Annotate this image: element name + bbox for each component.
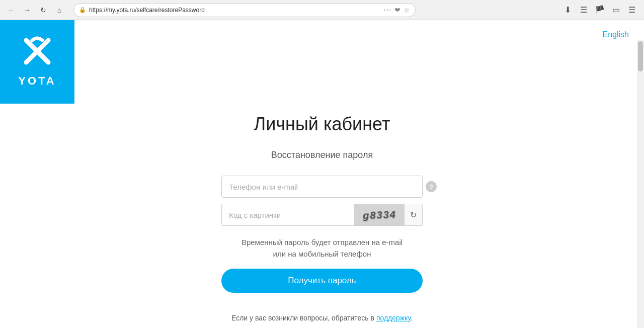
logo-brand-text: YOTA — [18, 74, 56, 88]
captcha-input[interactable] — [221, 204, 354, 226]
language-switcher[interactable]: English — [588, 20, 644, 49]
star-icon: ☆ — [404, 6, 410, 14]
form-subtitle: Восстановление пароля — [271, 150, 373, 160]
captcha-wrapper: g8334 ↻ — [221, 204, 423, 226]
refresh-icon: ↻ — [410, 210, 417, 220]
scrollbar-track[interactable] — [637, 40, 644, 328]
home-button[interactable]: ⌂ — [53, 4, 65, 16]
url-text: https://my.yota.ru/selfcare/restorePassw… — [89, 7, 380, 14]
address-bar[interactable]: 🔒 https://my.yota.ru/selfcare/restorePas… — [73, 3, 416, 17]
site-header: YOTA English — [0, 20, 644, 104]
browser-toolbar: ← → ↻ ⌂ 🔒 https://my.yota.ru/selfcare/re… — [0, 0, 644, 20]
info-line1: Временный пароль будет отправлен на e-ma… — [221, 237, 423, 249]
support-link[interactable]: поддержку — [376, 314, 411, 322]
forward-button[interactable]: → — [21, 4, 33, 16]
main-content: Личный кабинет Восстановление пароля ? g… — [0, 104, 644, 322]
yota-logo-svg — [22, 36, 52, 66]
page-title: Личный кабинет — [254, 114, 390, 135]
captcha-image: g8334 — [354, 204, 405, 226]
captcha-text: g8334 — [362, 208, 396, 221]
lock-icon: 🔒 — [79, 7, 86, 13]
scrollbar-thumb[interactable] — [638, 41, 643, 71]
captcha-row: g8334 ↻ — [221, 204, 423, 226]
info-line2: или на мобильный телефон — [221, 249, 423, 260]
logo-block: YOTA — [0, 20, 74, 104]
browser-actions: ⬇ ☰ 🏴 ▭ ☰ — [560, 3, 639, 17]
footer-static-text: Если у вас возникли вопросы, обратитесь … — [231, 314, 376, 322]
submit-button[interactable]: Получить пароль — [221, 269, 423, 293]
pocket-icon: ❤ — [394, 6, 400, 14]
english-lang-link[interactable]: English — [603, 30, 629, 39]
reader-view-button[interactable]: ▭ — [609, 3, 623, 17]
back-button[interactable]: ← — [5, 4, 17, 16]
page-content: YOTA English Личный кабинет Восстановлен… — [0, 20, 644, 328]
flag-icon-button[interactable]: 🏴 — [593, 3, 607, 17]
reload-button[interactable]: ↻ — [37, 4, 49, 16]
footer-period: . — [411, 314, 413, 322]
bookmarks-button[interactable]: ☰ — [577, 3, 591, 17]
footer-text: Если у вас возникли вопросы, обратитесь … — [221, 314, 423, 322]
menu-button[interactable]: ☰ — [625, 3, 639, 17]
phone-email-input[interactable] — [221, 176, 423, 198]
phone-input-wrapper: ? — [221, 176, 423, 198]
captcha-refresh-button[interactable]: ↻ — [405, 204, 423, 226]
download-button[interactable]: ⬇ — [560, 3, 575, 17]
help-icon[interactable]: ? — [426, 181, 437, 192]
restore-password-form: ? g8334 ↻ Временный пароль будет отправл… — [221, 176, 423, 322]
info-text: Временный пароль будет отправлен на e-ma… — [221, 237, 423, 260]
more-icon: ⋯ — [383, 5, 391, 15]
logo-symbol — [22, 36, 52, 70]
